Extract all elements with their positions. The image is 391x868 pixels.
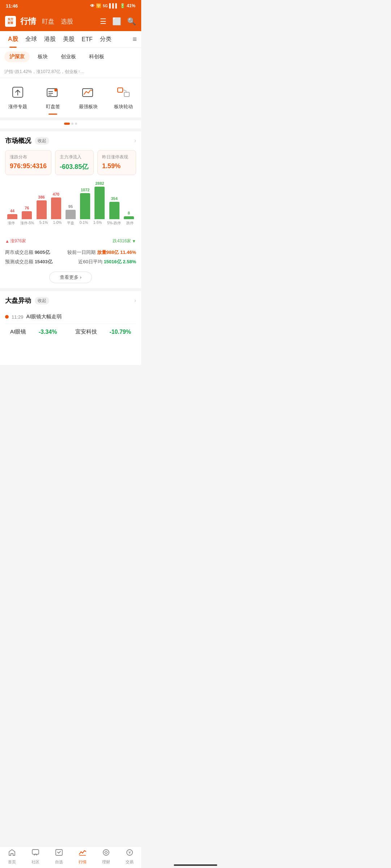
stat-row-2: 预测成交总额 15403亿 近60日平均 15016亿 2.58% <box>5 257 136 267</box>
bar-rect-1to0 <box>51 197 61 219</box>
bar-0to1: 1072 <box>80 188 90 219</box>
sub-tab-sector[interactable]: 板块 <box>33 51 53 62</box>
carousel-dots <box>0 120 141 131</box>
bar-rect-5to1 <box>37 200 47 219</box>
progress-rise-label: ▲ 涨976家 <box>5 238 26 244</box>
bar-val-1to0: 470 <box>53 192 59 196</box>
bar-rect-limit-down <box>124 216 134 219</box>
market-card-flow[interactable]: 主力净流入 -603.85亿 <box>55 150 94 175</box>
signal-bars-icon: ▌▌▌ <box>109 3 118 8</box>
market-overview-arrow[interactable]: › <box>134 137 136 144</box>
bar-1to5: 2882 <box>94 181 105 219</box>
tab-global[interactable]: 全球 <box>22 31 41 48</box>
bar-5to1: 386 <box>37 195 47 219</box>
view-more-button[interactable]: 查看更多 › <box>49 272 92 283</box>
bar-val-5tolimit: 354 <box>111 196 117 201</box>
view-more-container: 查看更多 › <box>5 267 136 288</box>
market-overview-header: 市场概况 收起 › <box>5 136 136 145</box>
battery-pct: 41% <box>127 3 135 8</box>
tab-more-icon[interactable]: ≡ <box>133 35 137 43</box>
svg-rect-9 <box>124 92 129 97</box>
quick-icon-limit-up[interactable]: 涨停专题 <box>0 84 35 115</box>
bar-val-5to1: 386 <box>38 195 45 199</box>
progress-section: ▲ 涨976家 跌4316家 ▼ <box>5 231 136 244</box>
bar-limit-down: 8 <box>124 211 134 219</box>
sub-tab-chinext[interactable]: 创业板 <box>56 51 81 62</box>
bar-rect-0to1 <box>80 193 90 219</box>
bar-rect-flat <box>66 210 76 219</box>
limit-up-icon <box>9 84 26 101</box>
bar-lbl-1to0: 1-0% <box>53 221 62 226</box>
bar-lbl-limit-up: 涨停 <box>8 221 15 226</box>
card-flow-value: -603.85亿 <box>60 162 89 171</box>
page-title: 行情 <box>20 16 36 27</box>
market-anomaly-section: 大盘异动 收起 › 11:29 AI眼镜大幅走弱 AI眼镜 -3.34% 宜安科… <box>0 291 141 365</box>
list-settings-icon[interactable]: ☰ <box>100 17 106 26</box>
stock-row-ai-glasses[interactable]: AI眼镜 -3.34% 宜安科技 -10.79% <box>5 324 136 340</box>
stock-name-ai: AI眼镜 <box>10 328 26 335</box>
distribution-bar-chart: 44 76 386 470 95 <box>5 180 136 227</box>
rotation-icon <box>115 84 132 101</box>
eye-icon: 👁 <box>90 3 94 8</box>
progress-labels: ▲ 涨976家 跌4316家 ▼ <box>5 238 136 244</box>
stat-compare-label: 较前一日同期 放量988亿 11.46% <box>67 248 136 257</box>
svg-rect-8 <box>118 88 123 92</box>
bar-lbl-5tolimit: 5%-跌停 <box>107 221 121 226</box>
dot-1 <box>64 123 70 125</box>
card-yesterday-title: 昨日涨停表现 <box>102 154 131 160</box>
market-card-distribution[interactable]: 涨跌分布 976:95:4316 <box>5 150 51 175</box>
external-link-icon[interactable]: ⬜ <box>112 17 121 26</box>
quick-icon-rotation-label: 板块轮动 <box>114 103 133 110</box>
bar-val-0to1: 1072 <box>81 188 89 192</box>
bar-lbl-near-limit: 涨停-5% <box>20 221 34 226</box>
quick-icon-limit-up-label: 涨停专题 <box>8 103 27 110</box>
header-nav-watch[interactable]: 盯盘 <box>42 17 54 26</box>
stat-total-label: 两市成交总额 9605亿 <box>5 248 50 257</box>
app-header: 东方 财富 行情 盯盘 选股 ☰ ⬜ 🔍 <box>0 12 141 31</box>
top-sector-icon <box>80 84 97 101</box>
progress-bar <box>5 231 136 234</box>
svg-point-2 <box>54 89 57 92</box>
stock-name-yian: 宜安科技 <box>75 328 97 335</box>
market-overview-title: 市场概况 <box>5 136 31 145</box>
card-distribution-title: 涨跌分布 <box>10 154 47 160</box>
bar-5tolimit: 354 <box>109 196 119 219</box>
bar-val-flat: 95 <box>68 204 73 209</box>
anomaly-item-1[interactable]: 11:29 AI眼镜大幅走弱 <box>5 310 136 324</box>
anomaly-title: 大盘异动 <box>5 296 31 305</box>
wifi-icon: 🛜 <box>96 3 101 8</box>
sub-tab-shjj[interactable]: 沪深京 <box>4 51 30 62</box>
header-nav-pick[interactable]: 选股 <box>61 17 73 26</box>
bar-flat: 95 <box>66 204 76 219</box>
tab-category[interactable]: 分类 <box>96 31 115 48</box>
market-overview-section: 市场概况 收起 › 涨跌分布 976:95:4316 主力净流入 -603.85… <box>0 131 141 288</box>
status-time: 11:46 <box>6 3 18 9</box>
quick-icon-top-sector-label: 最强板块 <box>79 103 98 110</box>
quick-icon-top-sector[interactable]: 最强板块 <box>71 84 106 115</box>
anomaly-arrow[interactable]: › <box>134 297 136 304</box>
market-card-yesterday[interactable]: 昨日涨停表现 1.59% <box>97 150 136 175</box>
market-overview-collapse[interactable]: 收起 <box>35 137 49 145</box>
ticker-scroll: 沪指↑跌1.42%，涨1072.87亿，创业板↑… <box>0 66 141 78</box>
status-bar: 11:46 👁 🛜 5G ▌▌▌ 🔋 41% <box>0 0 141 12</box>
search-icon[interactable]: 🔍 <box>127 17 136 26</box>
tab-hk-stock[interactable]: 港股 <box>41 31 59 48</box>
anomaly-desc-1: AI眼镜大幅走弱 <box>26 314 62 320</box>
signal-5g-icon: 5G <box>103 4 108 8</box>
tab-us-stock[interactable]: 美股 <box>59 31 78 48</box>
quick-icon-rotation[interactable]: 板块轮动 <box>106 84 142 115</box>
anomaly-time-1: 11:29 <box>12 314 24 320</box>
header-icons: ☰ ⬜ 🔍 <box>100 17 136 26</box>
sub-tab-star[interactable]: 科创板 <box>84 51 109 62</box>
anomaly-dot-1 <box>5 315 9 319</box>
anomaly-collapse[interactable]: 收起 <box>35 297 49 305</box>
tab-a-stock[interactable]: A股 <box>4 31 22 48</box>
tab-etf[interactable]: ETF <box>78 31 96 48</box>
stock-pct-yian: -10.79% <box>109 329 131 335</box>
quick-icon-watch[interactable]: 盯盘签 <box>35 84 71 115</box>
ticker-text: 沪指↑跌1.42%，涨1072.87亿，创业板↑… <box>4 69 84 74</box>
fall-count: 跌4316家 <box>113 238 131 244</box>
stat-row-1: 两市成交总额 9605亿 较前一日同期 放量988亿 11.46% <box>5 248 136 257</box>
bar-val-near-limit-up: 76 <box>25 206 29 210</box>
progress-fall-label: 跌4316家 ▼ <box>113 238 136 244</box>
